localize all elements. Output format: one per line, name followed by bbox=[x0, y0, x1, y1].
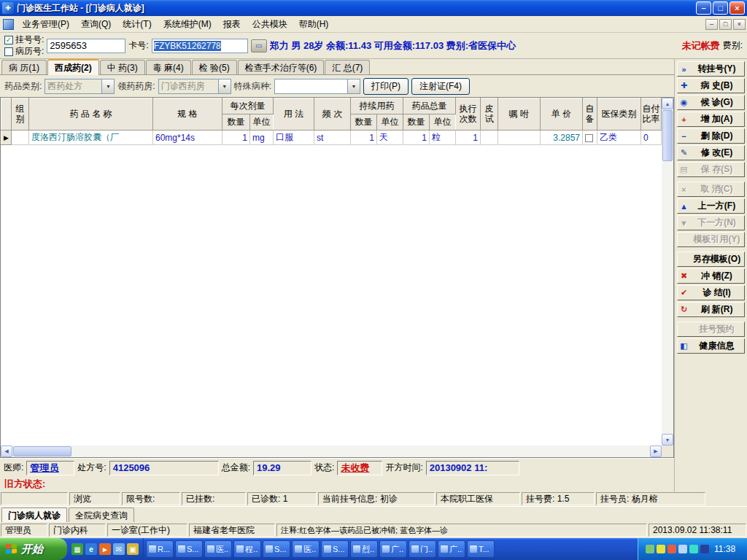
mdi-minimize-button[interactable]: – bbox=[705, 19, 718, 30]
scroll-left-icon[interactable]: ◀ bbox=[1, 446, 12, 457]
tab-chinese-medicine[interactable]: 中 药(3) bbox=[100, 60, 145, 74]
col-insurance-type[interactable]: 医保类别 bbox=[597, 98, 641, 131]
col-total-unit[interactable]: 单位 bbox=[430, 114, 456, 131]
refresh-button[interactable]: ↻ 刷 新(R) bbox=[677, 302, 745, 317]
tab-hospital-history-query[interactable]: 全院病史查询 bbox=[69, 508, 134, 522]
taskbar-window-button[interactable]: 烈... bbox=[350, 540, 378, 558]
menu-help[interactable]: 帮助(H) bbox=[293, 16, 335, 33]
tab-exam-surgery[interactable]: 检查手术治疗等(6) bbox=[238, 60, 325, 74]
close-button[interactable]: × bbox=[729, 1, 745, 15]
taskbar-window-button[interactable]: S... bbox=[175, 540, 203, 558]
col-self-pay-ratio[interactable]: 自付比率 bbox=[641, 98, 662, 131]
mdi-restore-button[interactable]: □ bbox=[719, 19, 732, 30]
menu-statistics[interactable]: 统计(T) bbox=[117, 16, 157, 33]
col-exec-times[interactable]: 执行次数 bbox=[456, 98, 481, 131]
cell-total-qty[interactable]: 1 bbox=[403, 131, 430, 145]
col-skin-test[interactable]: 皮试 bbox=[481, 98, 498, 131]
show-desktop-icon[interactable]: ▦ bbox=[71, 543, 83, 555]
minimize-button[interactable]: – bbox=[696, 1, 711, 15]
menu-query[interactable]: 查询(Q) bbox=[75, 16, 117, 33]
cell-usage[interactable]: 口服 bbox=[274, 131, 314, 145]
record-no-checkbox[interactable] bbox=[4, 47, 13, 56]
pharmacy-select[interactable]: 门诊西药房 ▼ bbox=[158, 79, 231, 94]
add-button[interactable]: + 增 加(A) bbox=[677, 112, 745, 127]
horizontal-scroll-thumb[interactable] bbox=[13, 446, 71, 456]
reverse-charge-button[interactable]: ✖ 冲 销(Z) bbox=[677, 268, 745, 284]
taskbar-window-button[interactable]: 医... bbox=[292, 540, 320, 558]
taskbar-window-button[interactable]: R... bbox=[146, 540, 174, 558]
col-drug-name[interactable]: 药 品 名 称 bbox=[29, 98, 153, 131]
scroll-right-icon[interactable]: ▶ bbox=[650, 446, 662, 457]
cell-frequency[interactable]: st bbox=[314, 131, 351, 145]
save-template-button[interactable]: 另存模板(O) bbox=[677, 252, 745, 267]
col-self-provide[interactable]: 自备 bbox=[583, 98, 597, 131]
cell-dose-unit[interactable]: mg bbox=[250, 131, 274, 145]
save-button[interactable]: ▤ 保 存(S) bbox=[677, 162, 745, 177]
tab-western-medicine[interactable]: 西成药(2) bbox=[47, 59, 99, 75]
network-icon[interactable] bbox=[678, 545, 687, 553]
scroll-down-icon[interactable]: ▼ bbox=[662, 434, 673, 446]
mdi-close-button[interactable]: × bbox=[733, 19, 746, 30]
reg-no-checkbox[interactable]: ✓ bbox=[4, 36, 13, 44]
folder-icon[interactable]: ▣ bbox=[127, 543, 139, 555]
special-disease-select[interactable]: ▼ bbox=[274, 79, 360, 94]
restore-button[interactable]: □ bbox=[713, 1, 728, 15]
menu-common-modules[interactable]: 公共模块 bbox=[247, 16, 293, 33]
template-reference-button[interactable]: 模板引用(Y) bbox=[677, 232, 745, 247]
finish-visit-button[interactable]: ✔ 诊 结(I) bbox=[677, 285, 745, 300]
taskbar-window-button[interactable]: 医... bbox=[204, 540, 232, 558]
menu-maintenance[interactable]: 系统维护(M) bbox=[158, 16, 217, 33]
cell-total-unit[interactable]: 粒 bbox=[430, 131, 456, 145]
cell-skin-test[interactable] bbox=[481, 131, 498, 145]
internet-explorer-icon[interactable]: e bbox=[85, 543, 97, 555]
transfer-registration-button[interactable]: » 转挂号(Y) bbox=[677, 61, 745, 77]
cell-dose-qty[interactable]: 1 bbox=[222, 131, 250, 145]
chevron-down-icon[interactable]: ▼ bbox=[101, 79, 114, 93]
col-duration-qty[interactable]: 数量 bbox=[351, 114, 377, 131]
cell-self-provide[interactable] bbox=[583, 131, 597, 145]
tab-outpatient-visit[interactable]: 门诊病人就诊 bbox=[1, 508, 67, 522]
input-method-icon[interactable] bbox=[657, 545, 665, 553]
tab-summary[interactable]: 汇 总(7) bbox=[325, 60, 370, 74]
horizontal-scrollbar[interactable]: ◀ ▶ bbox=[1, 446, 662, 457]
tab-narcotics[interactable]: 毒 麻(4) bbox=[146, 60, 191, 74]
col-advice[interactable]: 嘱 咐 bbox=[498, 98, 541, 131]
col-duration[interactable]: 持续用药 bbox=[351, 98, 403, 114]
scroll-up-icon[interactable]: ▲ bbox=[662, 98, 673, 109]
cell-duration-qty[interactable]: 1 bbox=[351, 131, 377, 145]
waiting-list-button[interactable]: ◉ 候 诊(G) bbox=[677, 95, 745, 110]
taskbar-window-button[interactable]: S... bbox=[263, 540, 290, 558]
tab-lab-test[interactable]: 检 验(5) bbox=[192, 60, 237, 74]
taskbar-window-button[interactable]: S... bbox=[321, 540, 349, 558]
antivirus-icon[interactable] bbox=[646, 545, 654, 553]
safety-icon[interactable] bbox=[700, 545, 709, 553]
table-row[interactable]: ▶ 度洛西汀肠溶胶囊（厂 60mg*14s 1 mg 口服 st 1 天 1 bbox=[1, 131, 662, 145]
delete-button[interactable]: − 删 除(D) bbox=[677, 128, 745, 144]
chevron-down-icon[interactable]: ▼ bbox=[347, 79, 360, 93]
health-info-button[interactable]: ◧ 健康信息 bbox=[677, 338, 745, 354]
cell-advice[interactable] bbox=[498, 131, 541, 145]
col-price[interactable]: 单 价 bbox=[541, 98, 583, 131]
chevron-down-icon[interactable]: ▼ bbox=[218, 79, 231, 93]
col-total-qty[interactable]: 数量 bbox=[403, 114, 430, 131]
menu-reports[interactable]: 报表 bbox=[217, 16, 247, 33]
cell-self-pay-ratio[interactable]: 0 bbox=[641, 131, 662, 145]
vertical-scrollbar[interactable]: ▲ ▼ bbox=[662, 98, 673, 446]
cell-price[interactable]: 3.2857 bbox=[541, 131, 583, 145]
cancel-button[interactable]: × 取 消(C) bbox=[677, 182, 745, 197]
taskbar-window-button[interactable]: 广... bbox=[438, 540, 465, 558]
cell-duration-unit[interactable]: 天 bbox=[377, 131, 403, 145]
card-no-input[interactable]: FZYBK51262778 bbox=[152, 39, 248, 53]
self-provide-checkbox[interactable] bbox=[585, 134, 593, 142]
cell-group[interactable] bbox=[12, 131, 29, 145]
col-group[interactable]: 组别 bbox=[12, 98, 29, 131]
cell-insurance-type[interactable]: 乙类 bbox=[597, 131, 641, 145]
cell-spec[interactable]: 60mg*14s bbox=[153, 131, 222, 145]
injection-cert-button[interactable]: 注射证(F4) bbox=[411, 78, 470, 95]
messenger-icon[interactable] bbox=[667, 545, 676, 553]
start-button[interactable]: 开始 bbox=[0, 538, 67, 560]
next-rx-button[interactable]: ▼ 下一方(N) bbox=[677, 215, 745, 230]
drug-type-select[interactable]: 西药处方 ▼ bbox=[44, 79, 115, 94]
tab-medical-record[interactable]: 病 历(1) bbox=[1, 60, 47, 74]
menu-business[interactable]: 业务管理(P) bbox=[17, 16, 75, 33]
